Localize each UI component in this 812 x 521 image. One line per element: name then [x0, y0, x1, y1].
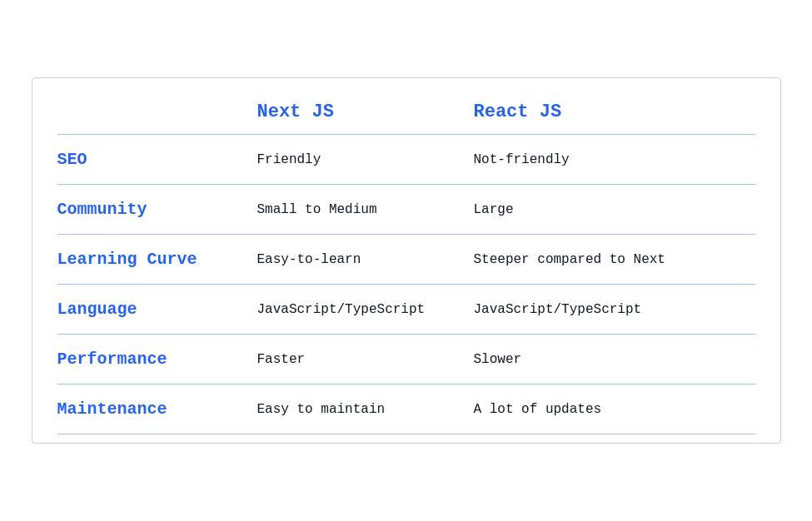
table-row: SEOFriendlyNot-friendly [57, 134, 755, 184]
row-reactjs-value: Large [474, 202, 755, 217]
row-nextjs-value: Friendly [257, 152, 474, 167]
row-label: Maintenance [57, 399, 257, 419]
row-reactjs-value: Slower [474, 352, 755, 367]
row-nextjs-value: Small to Medium [257, 202, 474, 217]
header-nextjs: Next JS [257, 102, 474, 122]
row-label: Language [57, 300, 257, 319]
table-row: PerformanceFasterSlower [57, 334, 755, 384]
row-reactjs-value: Steeper compared to Next [474, 252, 755, 267]
row-nextjs-value: JavaScript/TypeScript [257, 302, 474, 317]
table-header: Next JS React JS [57, 87, 755, 134]
table-row: LanguageJavaScript/TypeScriptJavaScript/… [57, 284, 755, 334]
comparison-table: Next JS React JS SEOFriendlyNot-friendly… [32, 77, 781, 444]
row-label: SEO [57, 150, 257, 169]
table-row: CommunitySmall to MediumLarge [57, 184, 755, 234]
row-nextjs-value: Easy to maintain [257, 402, 474, 417]
row-nextjs-value: Easy-to-learn [257, 252, 474, 267]
row-reactjs-value: JavaScript/TypeScript [474, 302, 755, 317]
header-reactjs: React JS [474, 102, 755, 122]
table-row: MaintenanceEasy to maintainA lot of upda… [57, 384, 755, 434]
row-label: Learning Curve [57, 250, 257, 269]
row-reactjs-value: A lot of updates [474, 402, 755, 417]
row-nextjs-value: Faster [257, 352, 474, 367]
row-reactjs-value: Not-friendly [474, 152, 755, 167]
row-label: Performance [57, 350, 257, 369]
header-empty-col [57, 102, 257, 122]
row-label: Community [57, 200, 257, 219]
table-row: Learning CurveEasy-to-learnSteeper compa… [57, 234, 755, 284]
table-rows: SEOFriendlyNot-friendlyCommunitySmall to… [57, 134, 755, 434]
